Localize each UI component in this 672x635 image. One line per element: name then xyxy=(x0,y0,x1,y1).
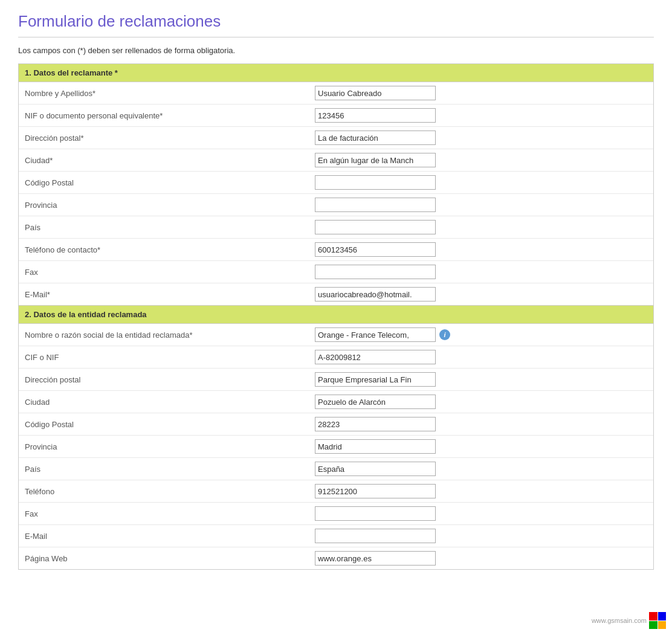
label-pais1: País xyxy=(25,223,315,232)
input-dir2[interactable] xyxy=(315,372,436,387)
form-row-pais1: País xyxy=(19,216,653,239)
field-wrapper-tel1 xyxy=(315,242,647,257)
form-row-nif: NIF o documento personal equivalente* xyxy=(19,105,653,127)
label-tel2: Teléfono xyxy=(25,487,315,496)
form-row-prov1: Provincia xyxy=(19,194,653,216)
label-email1: E-Mail* xyxy=(25,290,315,299)
color-logo xyxy=(649,612,666,629)
form-row-fax2: Fax xyxy=(19,503,653,525)
form-row-razon: Nombre o razón social de la entidad recl… xyxy=(19,324,653,346)
field-wrapper-pais2 xyxy=(315,462,647,476)
input-tel1[interactable] xyxy=(315,242,436,257)
section1-header: 1. Datos del reclamante * xyxy=(19,64,653,82)
form-row-cif: CIF o NIF xyxy=(19,346,653,369)
label-fax2: Fax xyxy=(25,509,315,518)
form-row-tel1: Teléfono de contacto* xyxy=(19,239,653,261)
form-row-cp2: Código Postal xyxy=(19,413,653,436)
watermark-text: www.gsmsain.com xyxy=(592,617,647,624)
label-ciudad1: Ciudad* xyxy=(25,156,315,165)
label-cp2: Código Postal xyxy=(25,420,315,429)
field-wrapper-cp2 xyxy=(315,417,647,431)
input-cp1[interactable] xyxy=(315,175,436,190)
title-divider xyxy=(18,37,654,37)
field-wrapper-dir2 xyxy=(315,372,647,387)
label-dir1: Dirección postal* xyxy=(25,134,315,143)
label-nombre: Nombre y Apellidos* xyxy=(25,89,315,98)
input-fax1[interactable] xyxy=(315,265,436,279)
input-email1[interactable] xyxy=(315,287,436,301)
label-ciudad2: Ciudad xyxy=(25,398,315,407)
page-title: Formulario de reclamaciones xyxy=(18,12,654,31)
field-wrapper-tel2 xyxy=(315,484,647,498)
section2-header: 2. Datos de la entidad reclamada xyxy=(19,306,653,324)
form-row-web2: Página Web xyxy=(19,547,653,569)
field-wrapper-cif xyxy=(315,350,647,364)
field-wrapper-dir1 xyxy=(315,131,647,145)
label-prov1: Provincia xyxy=(25,201,315,210)
form-row-dir1: Dirección postal* xyxy=(19,127,653,149)
input-cif[interactable] xyxy=(315,350,436,364)
form-row-email2: E-Mail xyxy=(19,525,653,547)
field-wrapper-nif xyxy=(315,108,647,123)
form-row-dir2: Dirección postal xyxy=(19,369,653,391)
section1-datos-reclamante: 1. Datos del reclamante * Nombre y Apell… xyxy=(18,63,654,306)
input-cp2[interactable] xyxy=(315,417,436,431)
input-ciudad2[interactable] xyxy=(315,395,436,409)
form-row-ciudad1: Ciudad* xyxy=(19,149,653,172)
input-web2[interactable] xyxy=(315,551,436,566)
input-nif[interactable] xyxy=(315,108,436,123)
input-pais2[interactable] xyxy=(315,462,436,476)
label-razon: Nombre o razón social de la entidad recl… xyxy=(25,330,315,340)
label-email2: E-Mail xyxy=(25,532,315,541)
label-prov2: Provincia xyxy=(25,442,315,451)
form-row-fax1: Fax xyxy=(19,261,653,283)
label-dir2: Dirección postal xyxy=(25,375,315,384)
input-prov2[interactable] xyxy=(315,439,436,454)
label-web2: Página Web xyxy=(25,554,315,563)
label-nif: NIF o documento personal equivalente* xyxy=(25,111,315,120)
field-wrapper-cp1 xyxy=(315,175,647,190)
label-tel1: Teléfono de contacto* xyxy=(25,245,315,254)
watermark: www.gsmsain.com xyxy=(592,612,666,629)
input-email2[interactable] xyxy=(315,529,436,543)
label-cp1: Código Postal xyxy=(25,178,315,187)
label-fax1: Fax xyxy=(25,268,315,277)
field-wrapper-fax2 xyxy=(315,506,647,521)
label-pais2: País xyxy=(25,465,315,474)
input-pais1[interactable] xyxy=(315,220,436,234)
field-wrapper-fax1 xyxy=(315,265,647,279)
field-wrapper-nombre xyxy=(315,86,647,100)
input-dir1[interactable] xyxy=(315,131,436,145)
field-wrapper-pais1 xyxy=(315,220,647,234)
form-subtitle: Los campos con (*) deben ser rellenados … xyxy=(18,46,654,55)
form-row-ciudad2: Ciudad xyxy=(19,391,653,413)
field-wrapper-razon: i xyxy=(315,327,647,342)
label-cif: CIF o NIF xyxy=(25,353,315,362)
input-fax2[interactable] xyxy=(315,506,436,521)
form-row-cp1: Código Postal xyxy=(19,172,653,194)
field-wrapper-ciudad1 xyxy=(315,153,647,167)
form-row-email1: E-Mail* xyxy=(19,283,653,305)
input-tel2[interactable] xyxy=(315,484,436,498)
field-wrapper-prov1 xyxy=(315,198,647,212)
field-wrapper-web2 xyxy=(315,551,647,566)
field-wrapper-ciudad2 xyxy=(315,395,647,409)
input-prov1[interactable] xyxy=(315,198,436,212)
form-row-nombre: Nombre y Apellidos* xyxy=(19,82,653,105)
form-row-tel2: Teléfono xyxy=(19,480,653,503)
section2-datos-entidad: 2. Datos de la entidad reclamada Nombre … xyxy=(18,306,654,570)
info-icon-razon[interactable]: i xyxy=(439,329,450,340)
form-row-pais2: País xyxy=(19,458,653,480)
input-ciudad1[interactable] xyxy=(315,153,436,167)
field-wrapper-email1 xyxy=(315,287,647,301)
form-row-prov2: Provincia xyxy=(19,436,653,458)
input-nombre[interactable] xyxy=(315,86,436,100)
field-wrapper-email2 xyxy=(315,529,647,543)
field-wrapper-prov2 xyxy=(315,439,647,454)
input-razon[interactable] xyxy=(315,327,436,342)
